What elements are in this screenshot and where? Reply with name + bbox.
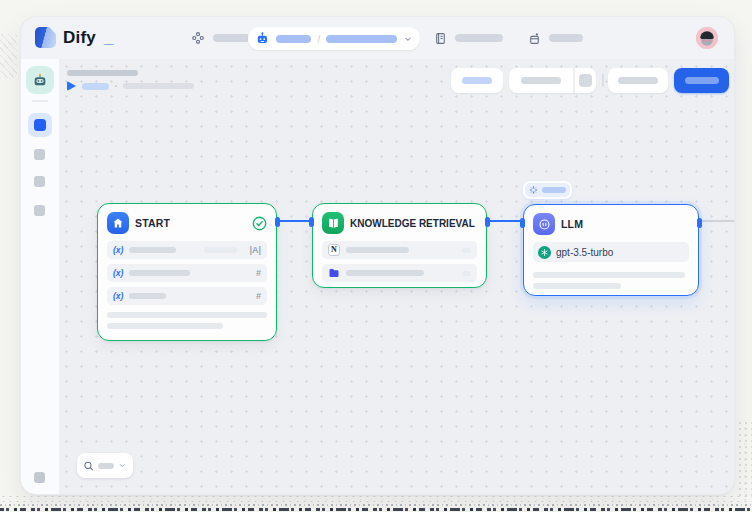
source-name-placeholder [346,270,424,276]
home-icon [107,212,129,234]
openai-icon [538,246,551,259]
prompt-placeholder [533,272,685,278]
app-switcher[interactable]: / [248,27,420,50]
type-number-icon: # [256,268,261,278]
variable-value-placeholder [204,247,237,253]
dify-brand[interactable]: Dify_ [35,27,113,48]
brand-name: Dify [63,28,96,48]
app-window: Dify_ / [20,16,735,495]
variable-icon: (x) [113,245,123,255]
variable-name-placeholder [129,293,166,299]
zoom-level-placeholder [98,463,114,469]
updates-label-placeholder [549,34,583,42]
variable-row: (x) # [107,287,267,305]
box-plus-icon [528,32,541,45]
node-knowledge-retrieval[interactable]: KNOWLEDGE RETRIEVAL N [312,203,487,288]
spinner-icon [529,185,538,195]
left-sidebar [21,59,59,494]
output-handle[interactable] [485,217,490,227]
sidebar-item-settings[interactable] [34,472,45,483]
robot-app-icon [255,31,270,46]
nav-label-placeholder [213,34,250,42]
input-handle[interactable] [520,218,525,228]
model-name: gpt-3.5-turbo [556,247,613,258]
source-meta-placeholder [462,248,471,253]
output-handle[interactable] [697,218,702,228]
variable-row: (x) |A| [107,241,267,259]
docs-label-placeholder [455,34,503,42]
sidebar-item-orchestrate-active[interactable] [28,113,52,137]
edge-llm-outgoing [697,220,734,222]
output-handle[interactable] [275,217,280,227]
variable-name-placeholder [129,247,176,253]
running-label-placeholder [542,187,566,193]
explore-nav-item[interactable] [191,17,250,59]
avatar-illustration [696,27,718,49]
sidebar-item-2[interactable] [34,149,45,160]
node-knowledge-sources: N [313,241,486,282]
chevron-down-icon [118,461,127,470]
edge-noise-artifact [0,34,17,78]
updates-nav-item[interactable] [528,17,583,59]
screenshot-stage: Dify_ / [0,0,752,512]
run-label-placeholder [82,83,109,90]
toolbar-divider [602,74,604,87]
run-play-icon[interactable] [67,81,76,91]
type-number-icon: # [256,291,261,301]
micro-text-artifact [0,504,752,511]
source-meta-placeholder [462,271,471,276]
run-label-placeholder [521,77,561,84]
status-dot [115,85,117,87]
apps-flower-icon [191,31,205,45]
last-run-status [67,81,194,91]
workspace-name-placeholder [276,35,311,43]
node-running-indicator [523,181,572,199]
sidebar-divider [32,100,48,102]
node-start[interactable]: START (x) |A| [97,203,277,341]
variable-row: (x) # [107,264,267,282]
variable-name-placeholder [129,270,190,276]
edge-noise-artifact [737,420,752,500]
chevron-down-icon [403,34,413,44]
publish-button[interactable] [674,68,729,93]
run-history-split-button[interactable] [509,68,596,93]
zoom-search-icon [83,460,94,472]
sidebar-app-icon[interactable] [26,66,54,94]
publish-label-placeholder [685,77,719,84]
preview-button[interactable] [608,68,668,93]
run-meta-placeholder [123,83,194,89]
features-button[interactable] [451,68,503,93]
variable-icon: (x) [113,291,123,301]
knowledge-source-row: N [322,241,477,259]
llm-brain-icon [533,213,555,235]
robot-avatar-icon [32,72,48,88]
description-placeholder [107,323,223,329]
edge-knowledge-to-llm [485,220,525,222]
brand-cursor: _ [104,28,113,48]
folder-icon [328,267,340,279]
node-start-variables: (x) |A| (x) # (x) [98,241,276,329]
input-handle[interactable] [309,217,314,227]
node-llm[interactable]: LLM gpt-3.5-turbo [523,204,699,296]
workflow-canvas[interactable]: START (x) |A| [59,59,734,494]
notion-icon: N [328,244,340,256]
preview-label-placeholder [618,77,658,84]
top-header: Dify_ / [21,17,734,59]
history-icon-placeholder[interactable] [579,74,592,87]
workflow-title-placeholder [67,70,138,76]
orchestrate-icon [34,119,46,131]
model-selector[interactable]: gpt-3.5-turbo [533,242,689,262]
source-name-placeholder [346,247,409,253]
dify-logo-icon [35,27,56,48]
user-avatar[interactable] [696,27,718,49]
breadcrumb-separator: / [317,33,320,45]
docs-nav-item[interactable] [434,17,503,59]
zoom-control[interactable] [77,453,133,478]
book-icon [322,212,344,234]
variable-icon: (x) [113,268,123,278]
prompt-placeholder [533,283,621,289]
node-llm-header: LLM [524,205,698,242]
sidebar-item-3[interactable] [34,176,45,187]
sidebar-item-4[interactable] [34,205,45,216]
segment-divider [573,68,575,93]
